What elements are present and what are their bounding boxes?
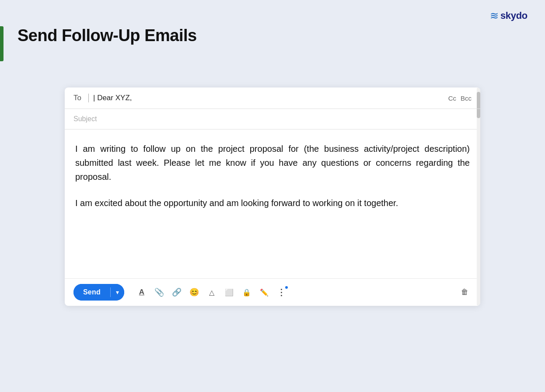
photo-icon[interactable]: ⬜ [222,285,236,299]
skydo-logo-icon: ≋ [490,10,499,22]
body-paragraph-2: I am excited about the opportunity and a… [75,196,470,210]
link-icon[interactable]: 🔗 [170,285,184,299]
skydo-logo-text: skydo [500,10,528,21]
scrollbar[interactable] [477,88,480,306]
send-dropdown-arrow-icon: ▾ [116,289,119,296]
subject-input[interactable]: Subject [73,115,97,122]
email-compose-card: To | Dear XYZ, Cc Bcc Subject I am writi… [65,88,480,306]
format-text-symbol: A [139,288,144,297]
to-row: To | Dear XYZ, Cc Bcc [65,88,480,109]
left-accent-bar [0,26,3,61]
body-paragraph-1: I am writing to follow up on the project… [75,142,470,184]
photo-symbol: ⬜ [225,288,234,297]
cc-button[interactable]: Cc [448,94,456,102]
emoji-symbol: 😊 [189,287,199,297]
emoji-icon[interactable]: 😊 [187,285,201,299]
compose-toolbar: Send ▾ A 📎 🔗 😊 △ ⬜ [65,278,480,306]
signature-icon[interactable]: ✏️ [257,285,271,299]
more-symbol: ⋮ [277,287,286,298]
format-text-icon[interactable]: A [135,285,149,299]
link-symbol: 🔗 [172,287,182,297]
skydo-logo: ≋ skydo [490,10,528,22]
attach-symbol: 📎 [154,287,164,297]
drive-symbol: △ [209,288,214,297]
send-button-group: Send ▾ [73,284,124,301]
to-input[interactable]: | Dear XYZ, [93,94,448,102]
lock-symbol: 🔒 [242,288,251,297]
send-button[interactable]: Send [73,284,110,301]
email-body[interactable]: I am writing to follow up on the project… [65,130,480,278]
trash-icon[interactable]: 🗑 [458,285,472,299]
send-dropdown-button[interactable]: ▾ [111,284,124,301]
cc-bcc-buttons: Cc Bcc [448,94,472,102]
trash-symbol: 🗑 [461,288,468,297]
more-options-icon[interactable]: ⋮ [275,285,289,299]
drive-icon[interactable]: △ [205,285,219,299]
signature-symbol: ✏️ [260,288,269,297]
subject-row: Subject [65,109,480,130]
lock-icon[interactable]: 🔒 [240,285,254,299]
to-label: To [73,94,84,102]
page-title: Send Follow-Up Emails [17,26,197,45]
bcc-button[interactable]: Bcc [461,94,472,102]
attach-icon[interactable]: 📎 [152,285,166,299]
to-divider [88,94,89,102]
